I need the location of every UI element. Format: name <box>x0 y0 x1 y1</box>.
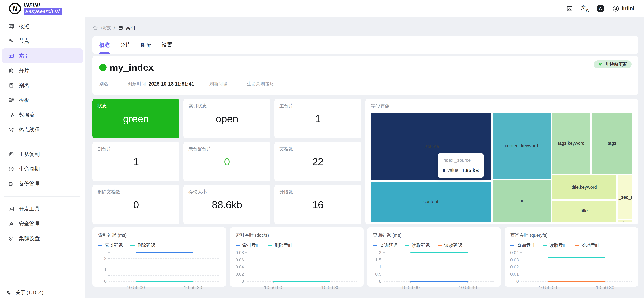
legend-item[interactable]: 索引吞吐 <box>236 242 260 249</box>
user-menu[interactable]: infini <box>612 5 634 12</box>
tick-mark <box>245 274 247 274</box>
legend-item[interactable]: 读取吞吐 <box>542 242 568 249</box>
devtools-icon <box>8 206 14 212</box>
legend-dash <box>98 245 102 246</box>
tab-shards[interactable]: 分片 <box>120 36 130 54</box>
legend-item[interactable]: 滚动吞吐 <box>575 242 600 249</box>
y-tick-label: 0.02 <box>234 272 244 277</box>
treemap-block-title.keyword[interactable]: title.keyword <box>552 175 616 199</box>
tab-overview[interactable]: 概览 <box>99 36 110 54</box>
x-tick-label: 10:56:30 <box>321 285 340 290</box>
sidebar-item-index[interactable]: 索引 <box>2 48 83 63</box>
stat-card-segment-count: 分段数 16 <box>274 185 361 224</box>
treemap-block-label: _id <box>518 198 524 203</box>
meta-separator <box>239 81 240 86</box>
sidebar-item-label: 主从复制 <box>19 151 40 158</box>
chart-plot: 00.010.020.030.0410:56:0010:56:30 <box>522 253 632 281</box>
index-meta-row: 别名- 创建时间2025-10-18 11:51:41 刷新间隔- 生命周期策略… <box>99 81 632 87</box>
tick-mark <box>245 267 247 267</box>
template-icon <box>8 97 14 103</box>
legend-item[interactable]: 删除吞吐 <box>268 242 293 249</box>
tab-throttle[interactable]: 限流 <box>141 36 151 54</box>
stat-card-deleted-docs: 删除文档数 0 <box>92 185 180 224</box>
series-line-滚动吞吐 <box>548 281 605 282</box>
sidebar-item-nodes[interactable]: 节点 <box>2 33 83 48</box>
treemap-block-label: content.keyword <box>505 143 538 148</box>
series-line-读取吞吐 <box>548 257 605 258</box>
legend-dash <box>542 245 547 246</box>
sidebar-item-template[interactable]: 模板 <box>2 93 83 107</box>
sidebar-item-overview[interactable]: 概览 <box>2 19 83 33</box>
legend-item[interactable]: 滚动延迟 <box>438 242 462 249</box>
console-icon[interactable] <box>566 5 574 12</box>
tick-mark <box>520 267 522 267</box>
treemap-block-title[interactable]: title <box>552 201 616 222</box>
legend-item[interactable]: 查询延迟 <box>373 242 398 249</box>
sidebar-item-security[interactable]: 安全管理 <box>2 216 83 231</box>
about-label: 关于 (1.15.4) <box>16 289 44 296</box>
stat-card-store-size: 存储大小 88.6kb <box>184 185 270 224</box>
sidebar-item-cluster-settings[interactable]: 集群设置 <box>2 231 83 246</box>
tick-mark <box>520 253 522 253</box>
tab-settings[interactable]: 设置 <box>162 36 172 54</box>
breadcrumb-root[interactable]: 概览 <box>101 24 111 31</box>
sidebar-item-lifecycle[interactable]: 生命周期 <box>2 162 83 176</box>
x-tick-label: 10:56:00 <box>401 285 420 290</box>
updated-badge-label: 几秒前更新 <box>605 61 628 67</box>
treemap-block-tags[interactable]: tags <box>592 113 632 174</box>
tick-mark <box>520 281 522 281</box>
meta-separator <box>202 81 202 86</box>
chart-query-latency: 查询延迟 (ms) 查询延迟读取延迟滚动延迟 00.511.5210:56:00… <box>367 228 501 287</box>
sidebar-item-devtools[interactable]: 开发工具 <box>2 202 83 216</box>
legend-item[interactable]: 读取延迟 <box>405 242 430 249</box>
tick-mark <box>245 260 247 260</box>
wifi-icon <box>598 62 603 67</box>
app-logo[interactable]: N INFINI Easysearch/// <box>9 2 62 15</box>
stat-card-replica-shards: 副分片 1 <box>92 142 180 181</box>
chart-title: 查询吞吐 (query/s) <box>510 232 632 238</box>
sidebar-item-backup[interactable]: 备份管理 <box>2 176 83 191</box>
gridline <box>247 260 357 260</box>
treemap-block-label: tags <box>608 141 616 146</box>
chart-legend: 索引延迟删除延迟 <box>98 243 220 248</box>
tick-mark <box>108 281 110 281</box>
stat-card-status: 状态 green <box>92 99 180 138</box>
theme-toggle[interactable]: A <box>596 5 604 12</box>
tick-mark <box>108 258 110 259</box>
treemap-block-_seq_n[interactable]: _seq_n <box>618 175 632 219</box>
index-header-card: my_index 几秒前更新 别名- 创建时间2025-10-18 11:51:… <box>92 56 638 95</box>
stats-grid: 状态 green 索引状态 open 主分片 1 副分片 1 未分配分片 0 文… <box>92 99 361 224</box>
treemap-block-content[interactable]: content <box>371 182 491 222</box>
treemap-block-content.keyword[interactable]: content.keyword <box>492 113 550 179</box>
sidebar-item-label: 开发工具 <box>19 205 40 213</box>
y-tick-label: 0.01 <box>508 272 519 277</box>
sidebar-item-shards[interactable]: 分片 <box>2 63 83 78</box>
legend-item[interactable]: 查询吞吐 <box>510 242 535 249</box>
tick-mark <box>520 260 522 260</box>
tooltip-series: value <box>448 168 458 173</box>
treemap-block-_id[interactable]: _id <box>492 180 550 222</box>
tick-mark <box>383 281 385 281</box>
home-icon[interactable] <box>92 25 98 31</box>
treemap-block-primar[interactable]: primar <box>618 220 632 222</box>
treemap-block-label: title <box>580 209 588 214</box>
datastream-icon <box>8 112 14 118</box>
treemap-block-tags.keyword[interactable]: tags.keyword <box>552 113 590 174</box>
about-version[interactable]: 关于 (1.15.4) <box>6 289 44 296</box>
sidebar-item-hot-threads[interactable]: 热点线程 <box>2 122 83 137</box>
replication-icon <box>8 151 14 157</box>
sidebar-item-replication[interactable]: 主从复制 <box>2 147 83 162</box>
sidebar-item-datastream[interactable]: 数据流 <box>2 107 83 122</box>
legend-dash <box>575 245 579 246</box>
lifecycle-icon <box>8 166 14 172</box>
legend-item[interactable]: 索引延迟 <box>98 242 123 249</box>
security-icon <box>8 221 14 227</box>
sidebar-item-alias[interactable]: 别名 <box>2 78 83 93</box>
gridline <box>522 260 632 260</box>
y-tick-label: 0 <box>508 279 519 284</box>
gridline <box>522 274 632 275</box>
index-grid-icon <box>118 25 124 31</box>
language-icon[interactable]: 文 A <box>581 5 589 12</box>
gridline <box>109 270 220 270</box>
legend-item[interactable]: 删除延迟 <box>130 242 155 249</box>
